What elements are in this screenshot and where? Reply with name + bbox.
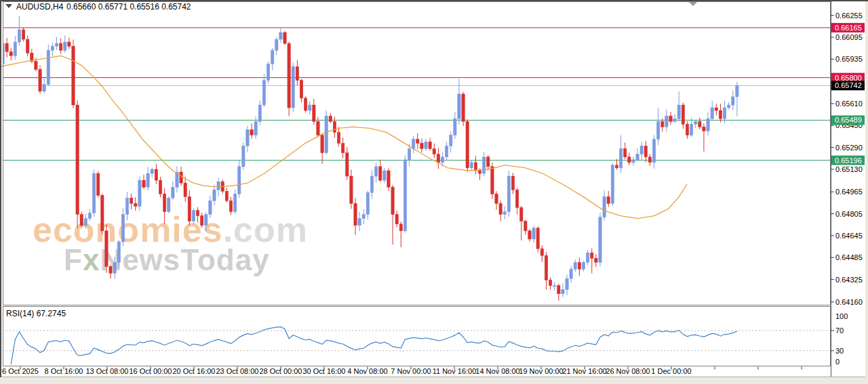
symbol-info: AUDUSD,H4 — [16, 2, 64, 12]
time-tick-label: 13 Oct 08:00 — [86, 367, 129, 375]
price-tick-label: 0.64325 — [835, 276, 863, 284]
price-tick-label: 0.64485 — [835, 253, 863, 261]
main-chart-pane[interactable]: AUDUSD,H4 0.65660 0.65771 0.65516 0.6574… — [0, 2, 831, 305]
window-bottom-strip — [0, 377, 868, 384]
level-price-badge-4-label: 0.65196 — [835, 156, 862, 165]
rsi-pane[interactable]: RSI(14) 67.2745 — [3, 307, 831, 366]
time-tick-label: 11 Nov 16:00 — [433, 367, 477, 375]
window-right-strip — [865, 0, 868, 384]
time-tick-label: 4 Nov 08:00 — [347, 367, 387, 375]
ohlc-info: 0.65660 0.65771 0.65516 0.65742 — [66, 2, 191, 12]
time-axis[interactable]: 6 Oct 20258 Oct 16:0013 Oct 08:0016 Oct … — [2, 367, 802, 376]
time-tick-label: 7 Nov 00:00 — [391, 367, 431, 375]
level-price-badge-3-label: 0.65489 — [835, 116, 862, 124]
price-tick-label: 0.64645 — [835, 232, 863, 240]
price-tick-label: 0.66095 — [835, 33, 863, 41]
time-tick-label: 19 Nov 00:00 — [519, 367, 563, 375]
price-tick-label: 0.64805 — [835, 210, 863, 218]
time-tick-label: 26 Nov 08:00 — [606, 367, 650, 375]
rsi-line — [11, 327, 737, 364]
time-tick-label: 23 Oct 08:00 — [216, 367, 259, 375]
price-tick-label: 0.65610 — [835, 100, 863, 108]
price-tick-label: 0.65290 — [835, 144, 863, 152]
rsi-scale-label: 100 — [835, 312, 848, 320]
time-tick-label: 30 Oct 16:00 — [303, 367, 346, 375]
price-tick-label: 0.66255 — [835, 12, 863, 20]
rsi-scale-label: 70 — [835, 326, 844, 335]
time-tick-label: 6 Oct 2025 — [2, 367, 39, 375]
time-tick-label: 14 Nov 08:00 — [475, 367, 519, 375]
current-price-badge-label: 0.65742 — [835, 81, 862, 89]
rsi-pane-border — [3, 307, 831, 366]
time-tick-label: 8 Oct 16:00 — [45, 367, 83, 375]
price-tick-label: 0.65130 — [835, 165, 863, 173]
time-tick-label: 16 Oct 00:00 — [130, 367, 172, 375]
time-tick-label: 20 Oct 16:00 — [173, 367, 216, 375]
level-price-badge-2-label: 0.65800 — [835, 74, 862, 82]
time-tick-label: 1 Dec 00:00 — [651, 367, 691, 375]
price-axis[interactable]: 0.662550.660950.659350.656100.654500.652… — [831, 12, 865, 366]
main-chart-canvas[interactable] — [3, 2, 830, 305]
rsi-scale-label: 0 — [835, 358, 840, 366]
rsi-scale-label: 30 — [835, 347, 844, 355]
price-tick-label: 0.65935 — [835, 55, 863, 63]
rsi-label: RSI(14) 67.2745 — [6, 309, 66, 318]
price-tick-label: 0.64965 — [835, 188, 863, 196]
time-tick-label: 21 Nov 16:00 — [562, 367, 606, 375]
window-top-border — [0, 0, 868, 1]
time-tick-label: 28 Oct 00:00 — [260, 367, 302, 375]
price-tick-label: 0.64160 — [835, 298, 863, 306]
chart-window: economies.com FxNewsToday AUDUSD,H4 0.65… — [0, 0, 868, 384]
level-price-badge-1-label: 0.66165 — [835, 24, 862, 32]
window-left-border — [0, 0, 1, 377]
